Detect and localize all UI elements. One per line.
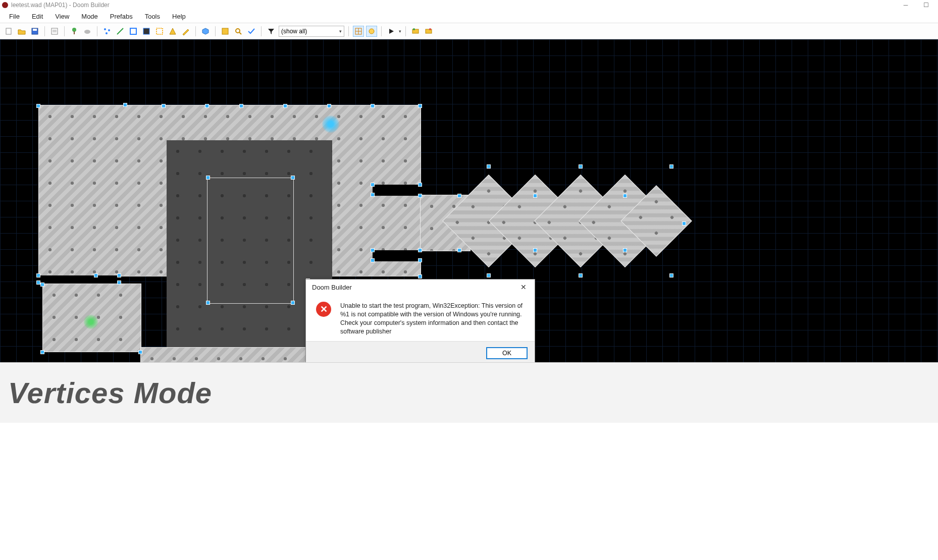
- dialog-ok-button[interactable]: OK: [486, 347, 528, 359]
- vertex[interactable]: [579, 164, 583, 169]
- app-icon: [2, 2, 8, 8]
- vertex[interactable]: [457, 194, 461, 198]
- vertex[interactable]: [533, 194, 537, 198]
- vertex[interactable]: [40, 350, 44, 354]
- new-file-button[interactable]: [3, 26, 14, 37]
- vertex[interactable]: [487, 273, 491, 277]
- vertex[interactable]: [623, 248, 627, 252]
- vertex[interactable]: [291, 176, 295, 180]
- vertex[interactable]: [418, 104, 422, 108]
- vertex[interactable]: [36, 273, 40, 277]
- svg-rect-3: [51, 28, 58, 34]
- plugin-button-2[interactable]: [423, 26, 434, 37]
- play-dropdown-arrow[interactable]: ▾: [399, 29, 401, 34]
- draw-mode-button[interactable]: [180, 26, 191, 37]
- open-file-button[interactable]: [16, 26, 27, 37]
- dialog-close-button[interactable]: ✕: [516, 282, 531, 293]
- vertex[interactable]: [418, 248, 422, 252]
- vertices-mode-button[interactable]: [101, 26, 113, 37]
- menu-prefabs[interactable]: Prefabs: [104, 11, 139, 22]
- svg-point-10: [108, 29, 110, 31]
- editor-canvas[interactable]: Doom Builder ✕ ✕ Unable to start the tes…: [0, 39, 938, 362]
- menu-mode[interactable]: Mode: [75, 11, 104, 22]
- menu-file[interactable]: File: [3, 11, 26, 22]
- things-mode-button[interactable]: [154, 26, 165, 37]
- thing-player-start: [322, 115, 340, 133]
- plugin-button-1[interactable]: [410, 26, 421, 37]
- svg-point-9: [104, 28, 106, 30]
- vertex[interactable]: [623, 194, 627, 198]
- vertex[interactable]: [205, 104, 209, 108]
- menu-bar: File Edit View Mode Prefabs Tools Help: [0, 10, 938, 23]
- vertex[interactable]: [327, 104, 331, 108]
- vertex[interactable]: [36, 104, 40, 108]
- grid-toggle-button[interactable]: [353, 26, 364, 37]
- dialog-titlebar[interactable]: Doom Builder ✕: [306, 279, 535, 295]
- vertex[interactable]: [206, 176, 210, 180]
- vertex[interactable]: [371, 193, 375, 197]
- vertex[interactable]: [418, 194, 422, 198]
- 3d-mode-button[interactable]: [200, 26, 211, 37]
- filter-button[interactable]: [266, 26, 277, 37]
- vertex[interactable]: [371, 183, 375, 187]
- menu-help[interactable]: Help: [166, 11, 192, 22]
- save-file-button[interactable]: [29, 26, 40, 37]
- dialog-title: Doom Builder: [312, 284, 352, 291]
- vertex[interactable]: [669, 164, 673, 169]
- svg-point-24: [413, 28, 415, 30]
- vertex[interactable]: [418, 183, 422, 187]
- vertex[interactable]: [239, 104, 243, 108]
- vertex[interactable]: [94, 273, 98, 277]
- vertex[interactable]: [457, 248, 461, 252]
- menu-view[interactable]: View: [49, 11, 75, 22]
- autosnap-button[interactable]: [366, 26, 377, 37]
- vertex[interactable]: [117, 273, 121, 277]
- vertex[interactable]: [371, 104, 375, 108]
- minimize-button[interactable]: ─: [896, 1, 916, 10]
- vertex[interactable]: [418, 274, 422, 278]
- check-button[interactable]: [246, 26, 257, 37]
- play-test-button[interactable]: [386, 26, 397, 37]
- vertex[interactable]: [206, 301, 210, 305]
- sector-bottom: [140, 347, 309, 362]
- vertex[interactable]: [418, 258, 422, 262]
- svg-point-6: [72, 28, 76, 32]
- svg-rect-15: [157, 28, 163, 34]
- vertex[interactable]: [123, 103, 127, 107]
- vertex[interactable]: [487, 164, 491, 169]
- maximize-button[interactable]: ☐: [916, 1, 936, 10]
- gap-3: [373, 250, 421, 261]
- gap-2: [373, 185, 421, 196]
- menu-tools[interactable]: Tools: [139, 11, 166, 22]
- menu-edit[interactable]: Edit: [26, 11, 49, 22]
- vertex[interactable]: [291, 301, 295, 305]
- vertex[interactable]: [138, 350, 142, 354]
- svg-point-26: [429, 28, 431, 30]
- svg-rect-7: [74, 31, 75, 34]
- vertex[interactable]: [36, 281, 40, 285]
- linedefs-mode-button[interactable]: [115, 26, 126, 37]
- vertex[interactable]: [40, 283, 44, 287]
- brightness-mode-button[interactable]: [141, 26, 152, 37]
- vertex[interactable]: [162, 104, 166, 108]
- vertex[interactable]: [669, 273, 673, 277]
- mode-label: Vertices Mode: [8, 376, 212, 410]
- script-button[interactable]: [49, 26, 60, 37]
- vertex[interactable]: [117, 281, 121, 285]
- window-title: leetest.wad (MAP01) - Doom Builder: [11, 2, 110, 9]
- snap-grid-button[interactable]: [220, 26, 231, 37]
- svg-point-17: [236, 29, 240, 33]
- vertex[interactable]: [682, 221, 686, 226]
- find-button[interactable]: [233, 26, 244, 37]
- make-sector-button[interactable]: [167, 26, 178, 37]
- vertex[interactable]: [371, 258, 375, 262]
- things-cloud-button[interactable]: [82, 26, 93, 37]
- vertex[interactable]: [283, 104, 287, 108]
- vertex[interactable]: [533, 248, 537, 252]
- vertex[interactable]: [371, 248, 375, 252]
- sectors-mode-button[interactable]: [128, 26, 139, 37]
- things-tree-button[interactable]: [69, 26, 80, 37]
- svg-point-8: [84, 30, 90, 34]
- filter-dropdown[interactable]: (show all) ▾: [279, 26, 344, 37]
- vertex[interactable]: [579, 273, 583, 277]
